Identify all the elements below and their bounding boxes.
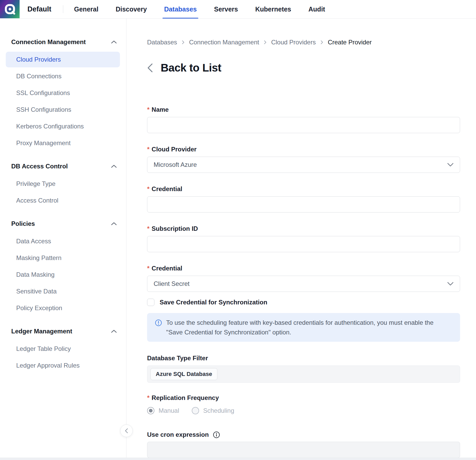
field-label-row: * Subscription ID (147, 225, 460, 233)
tab-general[interactable]: General (74, 0, 98, 18)
name-input[interactable] (147, 117, 460, 133)
page-body: Connection Management Cloud Providers DB… (0, 19, 476, 458)
sidebar-section-ledger-management: Ledger Management Ledger Table Policy Le… (0, 327, 126, 373)
tab-databases[interactable]: Databases (164, 0, 197, 18)
header-divider (63, 5, 63, 13)
tab-kubernetes[interactable]: Kubernetes (255, 0, 291, 18)
sidebar-section-header-ledger-management[interactable]: Ledger Management (11, 327, 117, 335)
field-label-row: * Credential (147, 264, 460, 272)
radio-scheduling-label: Scheduling (203, 407, 234, 414)
breadcrumb-cloud-providers[interactable]: Cloud Providers (271, 39, 316, 46)
sidebar-section-header-db-access-control[interactable]: DB Access Control (11, 162, 117, 170)
tab-servers[interactable]: Servers (214, 0, 238, 18)
sidebar: Connection Management Cloud Providers DB… (0, 19, 126, 458)
sidebar-item-masking-pattern[interactable]: Masking Pattern (6, 250, 120, 266)
credential-type-select[interactable]: Client Secret (147, 276, 460, 292)
brand-glyph-icon (4, 3, 16, 15)
sidebar-collapse-button[interactable] (120, 424, 133, 437)
chevron-right-icon (321, 40, 323, 44)
section-title: Policies (11, 220, 35, 227)
sidebar-item-ssh-configurations[interactable]: SSH Configurations (6, 102, 120, 117)
required-marker: * (147, 225, 149, 232)
sidebar-item-access-control[interactable]: Access Control (6, 193, 120, 208)
required-marker: * (147, 106, 149, 113)
save-credential-label: Save Credential for Synchronization (160, 299, 267, 306)
breadcrumb-databases[interactable]: Databases (147, 39, 177, 46)
credential-type-value: Client Secret (154, 280, 189, 287)
section-title: Ledger Management (11, 328, 72, 335)
save-credential-checkbox[interactable] (147, 299, 154, 306)
sidebar-item-cloud-providers[interactable]: Cloud Providers (6, 52, 120, 67)
required-marker: * (147, 146, 149, 153)
cron-label: Use cron expression (147, 431, 209, 438)
db-type-filter-field: Azure SQL Database (147, 365, 460, 383)
name-label: Name (152, 106, 169, 113)
db-type-tag: Azure SQL Database (150, 368, 217, 380)
sidebar-item-data-access[interactable]: Data Access (6, 233, 120, 249)
credential-type-label: Credential (152, 265, 182, 272)
field-name: * Name (147, 106, 460, 133)
chevron-up-icon (111, 40, 117, 44)
radio-scheduling-circle (192, 407, 199, 414)
sidebar-section-header-connection-management[interactable]: Connection Management (11, 38, 117, 46)
app-logo (0, 0, 20, 18)
replication-frequency-label-row: * Replication Frequency (147, 394, 460, 402)
breadcrumb-connection-management[interactable]: Connection Management (189, 39, 259, 46)
tab-audit[interactable]: Audit (309, 0, 325, 18)
sidebar-section-header-policies[interactable]: Policies (11, 220, 117, 228)
top-nav-bar: Default General Discovery Databases Serv… (0, 0, 476, 19)
radio-scheduling: Scheduling (192, 407, 234, 414)
field-cloud-provider: * Cloud Provider Microsoft Azure (147, 145, 460, 173)
required-marker: * (147, 265, 149, 272)
replication-frequency-radios: Manual Scheduling (147, 407, 460, 415)
cron-label-row: Use cron expression (147, 431, 460, 439)
radio-manual: Manual (147, 407, 179, 414)
cron-info-icon[interactable] (213, 431, 220, 438)
alert-text-line1: To use the scheduling feature with key-b… (166, 318, 433, 327)
db-type-filter-label: Database Type Filter (147, 355, 208, 362)
back-to-list-button[interactable]: Back to List (147, 61, 460, 75)
info-alert: To use the scheduling feature with key-b… (147, 313, 460, 342)
footer-strip (0, 458, 476, 460)
sidebar-item-data-masking[interactable]: Data Masking (6, 267, 120, 282)
subscription-id-label: Subscription ID (152, 225, 198, 232)
chevron-down-icon (447, 282, 454, 286)
app-window: Default General Discovery Databases Serv… (0, 0, 476, 460)
breadcrumb-create-provider: Create Provider (328, 39, 372, 46)
subscription-id-input[interactable] (147, 236, 460, 252)
cloud-provider-select[interactable]: Microsoft Azure (147, 157, 460, 173)
sidebar-item-sensitive-data[interactable]: Sensitive Data (6, 284, 120, 299)
radio-selected-dot (149, 409, 153, 412)
chevron-down-icon (447, 163, 454, 167)
chevron-up-icon (111, 330, 117, 333)
save-credential-checkbox-row[interactable]: Save Credential for Synchronization (147, 298, 460, 306)
credential-input[interactable] (147, 196, 460, 213)
cloud-provider-value: Microsoft Azure (154, 161, 197, 168)
chevron-left-icon (125, 428, 128, 433)
alert-text: To use the scheduling feature with key-b… (166, 318, 433, 337)
tab-discovery[interactable]: Discovery (116, 0, 147, 18)
chevron-up-icon (111, 222, 117, 225)
sidebar-item-policy-exception[interactable]: Policy Exception (6, 300, 120, 316)
page-title: Back to List (161, 62, 221, 74)
sidebar-section-connection-management: Connection Management Cloud Providers DB… (0, 38, 126, 151)
field-credential-type: * Credential Client Secret (147, 264, 460, 292)
sidebar-item-proxy-management[interactable]: Proxy Management (6, 135, 120, 151)
section-title: Connection Management (11, 38, 86, 46)
sidebar-item-db-connections[interactable]: DB Connections (6, 68, 120, 84)
sidebar-item-ledger-table-policy[interactable]: Ledger Table Policy (6, 341, 120, 357)
sidebar-section-db-access-control: DB Access Control Privilege Type Access … (0, 162, 126, 208)
alert-info-icon (155, 319, 162, 337)
required-marker: * (147, 394, 149, 402)
sidebar-item-ssl-configurations[interactable]: SSL Configurations (6, 85, 120, 101)
main-content: Databases Connection Management Cloud Pr… (126, 19, 476, 458)
breadcrumb: Databases Connection Management Cloud Pr… (147, 38, 460, 46)
field-subscription-id: * Subscription ID (147, 225, 460, 252)
field-label-row: * Cloud Provider (147, 145, 460, 153)
sidebar-item-ledger-approval-rules[interactable]: Ledger Approval Rules (6, 358, 120, 373)
credential-label: Credential (152, 185, 182, 193)
sidebar-section-policies: Policies Data Access Masking Pattern Dat… (0, 220, 126, 316)
chevron-right-icon (264, 40, 266, 44)
sidebar-item-kerberos-configurations[interactable]: Kerberos Configurations (6, 119, 120, 134)
sidebar-item-privilege-type[interactable]: Privilege Type (6, 176, 120, 192)
